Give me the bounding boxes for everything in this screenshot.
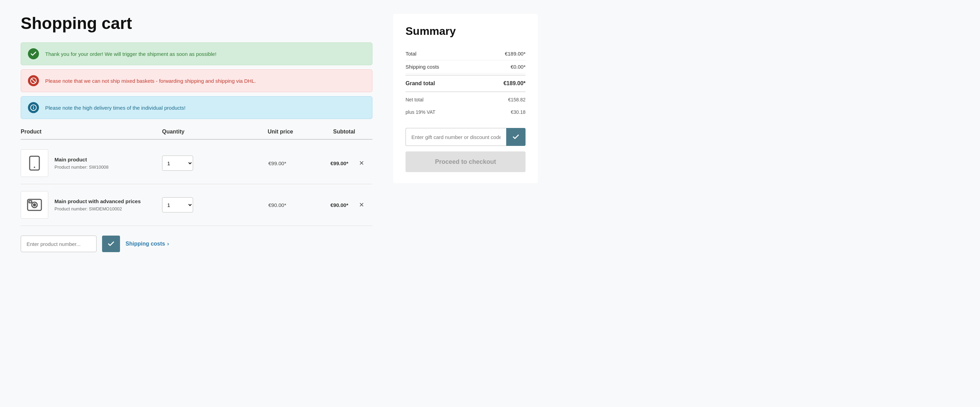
svg-line-1 <box>31 79 35 83</box>
quantity-cell-2[interactable]: 1 2 3 <box>162 197 224 213</box>
product-number-1: Product number: SW10008 <box>54 165 109 170</box>
table-row: Main product with advanced prices Produc… <box>21 184 372 226</box>
alert-info: Please note the high delivery times of t… <box>21 96 372 119</box>
subtotal-1: €99.00* <box>293 161 355 166</box>
product-name-2: Main product with advanced prices <box>54 198 141 204</box>
unit-price-1: €99.00* <box>224 161 293 166</box>
alert-danger: Please note that we can not ship mixed b… <box>21 69 372 92</box>
svg-rect-10 <box>29 201 32 203</box>
cart-footer: Shipping costs › <box>21 235 372 252</box>
alert-success-message: Thank you for your order! We will trigge… <box>45 51 216 57</box>
checkout-button[interactable]: Proceed to checkout <box>406 151 525 172</box>
remove-cell-1[interactable]: ✕ <box>355 157 372 169</box>
vat-value: €30.18 <box>511 109 525 115</box>
summary-row-grand-total: Grand total €189.00* <box>406 75 525 92</box>
success-icon <box>28 48 39 59</box>
product-image-2 <box>21 191 48 219</box>
vat-label: plus 19% VAT <box>406 109 436 115</box>
alert-info-message: Please note the high delivery times of t… <box>45 105 186 111</box>
net-total-value: €158.82 <box>508 97 525 102</box>
header-quantity: Quantity <box>162 129 224 135</box>
quantity-cell-1[interactable]: 1 2 3 4 5 <box>162 156 224 171</box>
product-name-1: Main product <box>54 157 109 162</box>
product-cell-2: Main product with advanced prices Produc… <box>21 191 162 219</box>
summary-title: Summary <box>406 25 525 38</box>
alert-success: Thank you for your order! We will trigge… <box>21 43 372 65</box>
header-unit-price: Unit price <box>224 129 293 135</box>
remove-cell-2[interactable]: ✕ <box>355 199 372 211</box>
summary-row-vat: plus 19% VAT €30.18 <box>406 106 525 118</box>
grand-total-label: Grand total <box>406 80 435 87</box>
apply-discount-button[interactable] <box>506 128 525 146</box>
page-title: Shopping cart <box>21 14 372 33</box>
danger-icon <box>28 75 39 86</box>
remove-button-2[interactable]: ✕ <box>355 199 368 211</box>
main-column: Shopping cart Thank you for your order! … <box>21 14 372 252</box>
shipping-label: Shipping costs <box>406 64 439 70</box>
summary-row-net-total: Net total €158.82 <box>406 94 525 106</box>
net-total-label: Net total <box>406 97 423 102</box>
header-subtotal: Subtotal <box>293 129 355 135</box>
discount-row <box>406 128 525 146</box>
product-info-2: Main product with advanced prices Produc… <box>54 198 141 211</box>
product-number-2: Product number: SWDEMO10002 <box>54 206 141 211</box>
table-row: Main product Product number: SW10008 1 2… <box>21 142 372 184</box>
info-icon <box>28 102 39 113</box>
shipping-value: €0.00* <box>511 64 525 70</box>
add-product-button[interactable] <box>102 235 120 252</box>
quantity-select-1[interactable]: 1 2 3 4 5 <box>162 156 193 171</box>
discount-input[interactable] <box>406 128 506 146</box>
quantity-select-2[interactable]: 1 2 3 <box>162 197 193 213</box>
total-value: €189.00* <box>505 51 525 57</box>
product-number-input[interactable] <box>21 235 97 252</box>
product-image-1 <box>21 149 48 177</box>
unit-price-2: €90.00* <box>224 202 293 208</box>
product-cell-1: Main product Product number: SW10008 <box>21 149 162 177</box>
subtotal-2: €90.00* <box>293 202 355 208</box>
summary-row-shipping: Shipping costs €0.00* <box>406 60 525 73</box>
alert-danger-message: Please note that we can not ship mixed b… <box>45 78 256 84</box>
total-label: Total <box>406 51 417 57</box>
svg-point-9 <box>33 204 35 206</box>
shipping-costs-link[interactable]: Shipping costs › <box>126 241 169 247</box>
summary-sidebar: Summary Total €189.00* Shipping costs €0… <box>393 14 538 252</box>
product-info-1: Main product Product number: SW10008 <box>54 157 109 170</box>
summary-box: Summary Total €189.00* Shipping costs €0… <box>393 14 538 183</box>
cart-table: Product Quantity Unit price Subtotal <box>21 129 372 226</box>
summary-row-total: Total €189.00* <box>406 47 525 60</box>
remove-button-1[interactable]: ✕ <box>355 157 368 169</box>
chevron-right-icon: › <box>167 241 169 247</box>
grand-total-value: €189.00* <box>503 80 525 87</box>
header-product: Product <box>21 129 162 135</box>
cart-table-header: Product Quantity Unit price Subtotal <box>21 129 372 140</box>
